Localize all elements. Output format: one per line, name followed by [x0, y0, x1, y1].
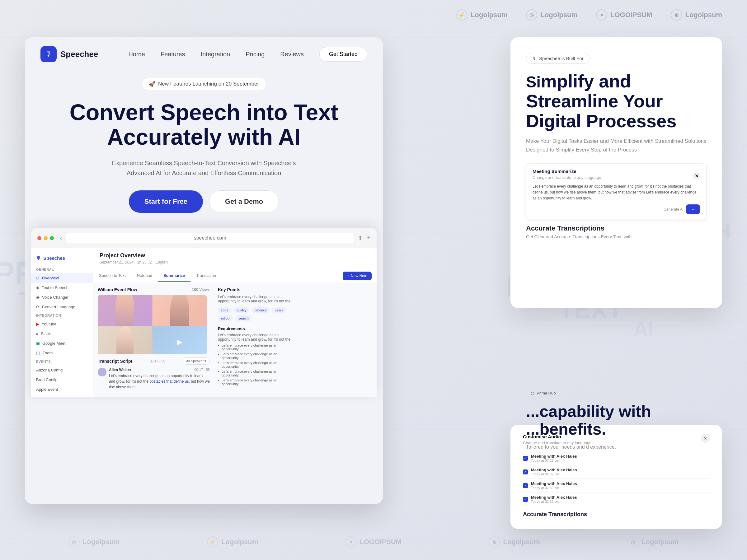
- meeting-item-2: ✓ Meeting with Alex Haies Today at 02:32…: [523, 465, 710, 479]
- key-points-panel: Key Points Let's embrace every challenge…: [213, 287, 294, 394]
- entry-time: 00:17 - 55: [194, 368, 210, 373]
- sidebar-item-convert[interactable]: ⟳ Convert Language: [31, 302, 93, 312]
- nav-features[interactable]: Features: [161, 51, 185, 58]
- nav-pricing[interactable]: Pricing: [246, 51, 264, 58]
- sidebar-section-events: Events: [31, 358, 93, 365]
- sidebar-item-arizona[interactable]: Arizona Config: [31, 365, 93, 375]
- person-silhouette-2: [170, 295, 189, 326]
- convert-icon: ⟳: [36, 304, 40, 309]
- checkbox-3[interactable]: ✓: [523, 483, 528, 488]
- right-title-1: mplify and Streamline Your: [526, 71, 663, 111]
- prime-subtitle: Tailored to your needs and d experience.: [526, 443, 706, 451]
- app-mockup: ‹ speechee.com ⬆ + 🎙 Speechee General ⊙ …: [31, 229, 377, 397]
- accurate-transcriptions-title: Accurate Transcriptions: [526, 224, 706, 232]
- right-badge: 🎙 Speechee is Built For: [526, 53, 590, 64]
- speaker-name: Allen Walker: [109, 368, 131, 372]
- generate-ai-button[interactable]: →: [686, 205, 700, 214]
- person-silhouette-3: [117, 326, 133, 354]
- kp-title: Key Points: [218, 287, 294, 292]
- bottom-logo-2: ⚡ Logoipsum: [207, 536, 258, 548]
- sidebar-section-general: General: [31, 266, 93, 273]
- sidebar-item-overview[interactable]: ⊙ Overview: [31, 273, 93, 283]
- content-date: September 21, 2024: [100, 260, 133, 264]
- req-item-5: Let's embrace every challenge as an oppo…: [218, 378, 294, 386]
- logo-name-1: Logoipsum: [471, 11, 508, 19]
- add-tab-icon[interactable]: +: [367, 235, 370, 241]
- meeting-time-4: Today at 02:32 pm: [531, 500, 710, 503]
- sidebar-item-apple[interactable]: Apple Event: [31, 384, 93, 394]
- start-free-button[interactable]: Start for Free: [129, 190, 203, 213]
- close-icon[interactable]: ✕: [693, 173, 700, 180]
- nav-reviews[interactable]: Reviews: [280, 51, 304, 58]
- overview-icon: ⊙: [36, 276, 40, 280]
- sidebar-brand-name: Speechee: [43, 256, 65, 261]
- prime-hub-section: ◎ Prime Hub ...capability with ...benefi…: [511, 389, 722, 451]
- hero-buttons: Start for Free Get a Demo: [50, 190, 358, 213]
- sidebar-label-convert: Convert Language: [42, 304, 75, 309]
- nav-links: Home Features Integration Pricing Review…: [128, 51, 304, 58]
- transcript-header: Transcript Script 00:17 - 55 All Speaker…: [98, 357, 210, 365]
- person-cell-4: ▶: [153, 326, 207, 354]
- hero-section: 🚀 New Features Launching on 20 September…: [25, 71, 383, 213]
- get-demo-button[interactable]: Get a Demo: [209, 190, 279, 213]
- checkbox-2[interactable]: ✓: [523, 470, 528, 475]
- dot-red[interactable]: [37, 236, 42, 240]
- new-note-button[interactable]: + New Note: [343, 272, 371, 280]
- sidebar-label-voice: Voice Changer: [42, 295, 69, 300]
- meeting-item-4: ✓ Meeting with Alex Haies Today at 02:32…: [523, 492, 710, 506]
- browser-back-icon[interactable]: ‹: [60, 235, 62, 241]
- req-item-1: Let's embrace every challenge as an oppo…: [218, 344, 294, 351]
- person-cell-1: [98, 295, 152, 326]
- feature-badge: 🚀 New Features Launching on 20 September: [141, 77, 266, 91]
- tag-defence: defence: [252, 307, 270, 313]
- checkbox-1[interactable]: ✓: [523, 456, 528, 461]
- bottom-logo-name-4: Logoipsum: [503, 538, 540, 546]
- sidebar-item-brad[interactable]: Brad Config: [31, 375, 93, 384]
- sidebar-item-voice[interactable]: ◉ Voice Changer: [31, 292, 93, 302]
- main-card: 🎙 Speechee Home Features Integration Pri…: [25, 37, 383, 504]
- tab-notepad[interactable]: Notepad: [131, 270, 158, 282]
- tab-summarize[interactable]: Summarize: [158, 270, 190, 282]
- nav-home[interactable]: Home: [128, 51, 145, 58]
- sidebar-item-slack[interactable]: # Slack: [31, 329, 93, 339]
- sidebar-item-youtube[interactable]: ▶ Youtube: [31, 319, 93, 329]
- meeting-name-3: Meeting with Alex Haies: [531, 481, 710, 486]
- prime-badge-icon: ◎: [531, 391, 534, 395]
- nav-integration[interactable]: Integration: [201, 51, 230, 58]
- bottom-logo-name-1: Logoipsum: [83, 538, 120, 546]
- sidebar-section-integration: Integration: [31, 312, 93, 319]
- share-icon[interactable]: ⬆: [358, 235, 363, 241]
- browser-url[interactable]: speechee.com: [66, 233, 354, 243]
- checkbox-4[interactable]: ✓: [523, 497, 528, 502]
- slack-icon: #: [36, 331, 38, 336]
- content-lang: English: [155, 260, 168, 264]
- sidebar-item-zoom[interactable]: ◫ Zoom: [31, 348, 93, 358]
- logo-name-4: Logoipsum: [685, 11, 722, 19]
- sidebar-label-apple: Apple Event: [36, 387, 58, 392]
- generate-ai-label: Generate AI: [664, 207, 684, 212]
- sidebar: 🎙 Speechee General ⊙ Overview ◈ Text to …: [31, 248, 93, 397]
- dot-yellow[interactable]: [44, 236, 48, 240]
- video-section: William Event Flow 100 Views: [98, 287, 210, 394]
- navbar: 🎙 Speechee Home Features Integration Pri…: [25, 37, 383, 71]
- brand-name: Speechee: [60, 50, 98, 59]
- tab-speech-to-text[interactable]: Speech to Text: [93, 270, 131, 282]
- meeting-card-action: Generate AI →: [533, 205, 700, 214]
- bottom-logo-name-3: LOGOIPSUM: [360, 538, 402, 546]
- dot-green[interactable]: [50, 236, 54, 240]
- get-started-button[interactable]: Get Started: [319, 47, 367, 61]
- tab-translation[interactable]: Translation: [190, 270, 222, 282]
- meeting-time-1: Today at 07:32 pm: [531, 459, 710, 462]
- meeting-time-3: Today at 02:32 pm: [531, 486, 710, 490]
- logo-icon-3: ✦: [596, 9, 607, 21]
- meeting-item-3: ✓ Meeting with Alex Haies Today at 02:32…: [523, 479, 710, 492]
- main-content-area: Project Overview September 21, 2024 1h 2…: [93, 248, 377, 397]
- logo-1: ⚡ Logoipsum: [456, 9, 508, 21]
- all-speaker-button[interactable]: All Speaker ▾: [183, 357, 210, 365]
- logo-icon-4: ⊕: [671, 9, 682, 21]
- prime-title-1: bility with: [576, 402, 651, 420]
- sidebar-item-gmeet[interactable]: ▣ Google Meet: [31, 339, 93, 348]
- person-cell-2: [153, 295, 207, 326]
- sidebar-item-tts[interactable]: ◈ Text to Speech: [31, 283, 93, 292]
- sidebar-label-arizona: Arizona Config: [36, 368, 62, 372]
